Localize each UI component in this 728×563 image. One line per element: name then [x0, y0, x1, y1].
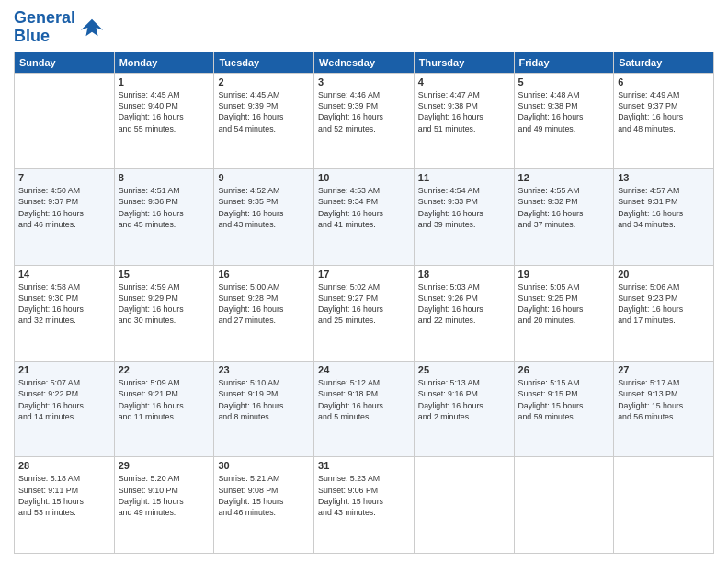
day-number: 28: [18, 460, 110, 471]
calendar-cell: 6Sunrise: 4:49 AM Sunset: 9:37 PM Daylig…: [614, 73, 714, 168]
logo: General Blue: [14, 9, 105, 46]
day-info: Sunrise: 4:50 AM Sunset: 9:37 PM Dayligh…: [18, 185, 110, 230]
day-number: 26: [518, 364, 610, 375]
day-info: Sunrise: 4:57 AM Sunset: 9:31 PM Dayligh…: [618, 185, 710, 230]
calendar-week-row: 14Sunrise: 4:58 AM Sunset: 9:30 PM Dayli…: [15, 265, 714, 361]
day-number: 6: [618, 76, 710, 87]
day-number: 16: [218, 269, 310, 280]
day-number: 21: [18, 364, 110, 375]
logo-text: General Blue: [14, 9, 75, 46]
column-header-monday: Monday: [114, 52, 214, 73]
day-info: Sunrise: 4:53 AM Sunset: 9:34 PM Dayligh…: [318, 185, 410, 230]
day-info: Sunrise: 4:58 AM Sunset: 9:30 PM Dayligh…: [18, 282, 110, 327]
calendar-cell: [514, 457, 614, 554]
day-info: Sunrise: 5:20 AM Sunset: 9:10 PM Dayligh…: [119, 473, 210, 518]
calendar-cell: 20Sunrise: 5:06 AM Sunset: 9:23 PM Dayli…: [614, 265, 714, 361]
calendar-week-row: 21Sunrise: 5:07 AM Sunset: 9:22 PM Dayli…: [15, 362, 714, 457]
day-info: Sunrise: 4:46 AM Sunset: 9:39 PM Dayligh…: [318, 89, 410, 134]
day-number: 24: [318, 364, 410, 375]
calendar-cell: 3Sunrise: 4:46 AM Sunset: 9:39 PM Daylig…: [314, 73, 415, 168]
day-info: Sunrise: 5:18 AM Sunset: 9:11 PM Dayligh…: [18, 473, 110, 518]
day-number: 13: [618, 172, 710, 183]
calendar-cell: 12Sunrise: 4:55 AM Sunset: 9:32 PM Dayli…: [514, 169, 614, 265]
day-number: 14: [18, 269, 110, 280]
calendar-cell: 14Sunrise: 4:58 AM Sunset: 9:30 PM Dayli…: [15, 265, 115, 361]
day-info: Sunrise: 5:15 AM Sunset: 9:15 PM Dayligh…: [518, 377, 610, 422]
calendar-cell: 1Sunrise: 4:45 AM Sunset: 9:40 PM Daylig…: [114, 73, 214, 168]
day-number: 17: [318, 269, 410, 280]
day-info: Sunrise: 4:51 AM Sunset: 9:36 PM Dayligh…: [119, 185, 210, 230]
day-info: Sunrise: 5:09 AM Sunset: 9:21 PM Dayligh…: [119, 377, 210, 422]
day-info: Sunrise: 4:48 AM Sunset: 9:38 PM Dayligh…: [518, 89, 610, 134]
page: General Blue SundayMondayTuesdayWednesda…: [0, 0, 728, 563]
column-header-saturday: Saturday: [614, 52, 714, 73]
day-info: Sunrise: 4:47 AM Sunset: 9:38 PM Dayligh…: [418, 89, 510, 134]
day-info: Sunrise: 4:45 AM Sunset: 9:40 PM Dayligh…: [119, 89, 210, 134]
column-header-tuesday: Tuesday: [214, 52, 314, 73]
day-number: 27: [618, 364, 710, 375]
calendar-table: SundayMondayTuesdayWednesdayThursdayFrid…: [14, 52, 714, 554]
day-number: 1: [119, 76, 210, 87]
calendar-cell: 24Sunrise: 5:12 AM Sunset: 9:18 PM Dayli…: [314, 362, 415, 457]
calendar-cell: 26Sunrise: 5:15 AM Sunset: 9:15 PM Dayli…: [514, 362, 614, 457]
day-number: 31: [318, 460, 410, 471]
day-info: Sunrise: 5:17 AM Sunset: 9:13 PM Dayligh…: [618, 377, 710, 422]
column-header-wednesday: Wednesday: [314, 52, 415, 73]
calendar-cell: 5Sunrise: 4:48 AM Sunset: 9:38 PM Daylig…: [514, 73, 614, 168]
calendar-cell: 9Sunrise: 4:52 AM Sunset: 9:35 PM Daylig…: [214, 169, 314, 265]
calendar-cell: 2Sunrise: 4:45 AM Sunset: 9:39 PM Daylig…: [214, 73, 314, 168]
day-number: 5: [518, 76, 610, 87]
column-header-sunday: Sunday: [15, 52, 115, 73]
svg-marker-0: [81, 18, 103, 36]
day-info: Sunrise: 4:59 AM Sunset: 9:29 PM Dayligh…: [119, 282, 210, 327]
day-number: 25: [418, 364, 510, 375]
day-info: Sunrise: 4:54 AM Sunset: 9:33 PM Dayligh…: [418, 185, 510, 230]
calendar-cell: 19Sunrise: 5:05 AM Sunset: 9:25 PM Dayli…: [514, 265, 614, 361]
day-info: Sunrise: 5:13 AM Sunset: 9:16 PM Dayligh…: [418, 377, 510, 422]
day-info: Sunrise: 5:02 AM Sunset: 9:27 PM Dayligh…: [318, 282, 410, 327]
day-info: Sunrise: 5:07 AM Sunset: 9:22 PM Dayligh…: [18, 377, 110, 422]
day-info: Sunrise: 5:05 AM Sunset: 9:25 PM Dayligh…: [518, 282, 610, 327]
day-number: 19: [518, 269, 610, 280]
day-number: 29: [119, 460, 210, 471]
day-info: Sunrise: 5:00 AM Sunset: 9:28 PM Dayligh…: [218, 282, 310, 327]
day-number: 12: [518, 172, 610, 183]
column-header-friday: Friday: [514, 52, 614, 73]
day-info: Sunrise: 4:52 AM Sunset: 9:35 PM Dayligh…: [218, 185, 310, 230]
calendar-cell: 25Sunrise: 5:13 AM Sunset: 9:16 PM Dayli…: [414, 362, 514, 457]
day-info: Sunrise: 5:23 AM Sunset: 9:06 PM Dayligh…: [318, 473, 410, 518]
day-number: 7: [18, 172, 110, 183]
header: General Blue: [14, 9, 714, 46]
day-info: Sunrise: 5:10 AM Sunset: 9:19 PM Dayligh…: [218, 377, 310, 422]
day-number: 10: [318, 172, 410, 183]
calendar-week-row: 28Sunrise: 5:18 AM Sunset: 9:11 PM Dayli…: [15, 457, 714, 554]
day-info: Sunrise: 4:45 AM Sunset: 9:39 PM Dayligh…: [218, 89, 310, 134]
day-number: 20: [618, 269, 710, 280]
day-number: 15: [119, 269, 210, 280]
day-info: Sunrise: 5:21 AM Sunset: 9:08 PM Dayligh…: [218, 473, 310, 518]
calendar-cell: 10Sunrise: 4:53 AM Sunset: 9:34 PM Dayli…: [314, 169, 415, 265]
day-number: 23: [218, 364, 310, 375]
calendar-cell: 15Sunrise: 4:59 AM Sunset: 9:29 PM Dayli…: [114, 265, 214, 361]
day-number: 22: [119, 364, 210, 375]
calendar-cell: 7Sunrise: 4:50 AM Sunset: 9:37 PM Daylig…: [15, 169, 115, 265]
calendar-cell: 23Sunrise: 5:10 AM Sunset: 9:19 PM Dayli…: [214, 362, 314, 457]
calendar-cell: 13Sunrise: 4:57 AM Sunset: 9:31 PM Dayli…: [614, 169, 714, 265]
logo-bird-icon: [79, 15, 105, 40]
calendar-cell: 18Sunrise: 5:03 AM Sunset: 9:26 PM Dayli…: [414, 265, 514, 361]
calendar-week-row: 1Sunrise: 4:45 AM Sunset: 9:40 PM Daylig…: [15, 73, 714, 168]
day-info: Sunrise: 4:55 AM Sunset: 9:32 PM Dayligh…: [518, 185, 610, 230]
calendar-cell: 28Sunrise: 5:18 AM Sunset: 9:11 PM Dayli…: [15, 457, 115, 554]
calendar-cell: 17Sunrise: 5:02 AM Sunset: 9:27 PM Dayli…: [314, 265, 415, 361]
day-info: Sunrise: 5:12 AM Sunset: 9:18 PM Dayligh…: [318, 377, 410, 422]
day-info: Sunrise: 5:03 AM Sunset: 9:26 PM Dayligh…: [418, 282, 510, 327]
column-header-thursday: Thursday: [414, 52, 514, 73]
day-info: Sunrise: 5:06 AM Sunset: 9:23 PM Dayligh…: [618, 282, 710, 327]
calendar-cell: [614, 457, 714, 554]
calendar-cell: [414, 457, 514, 554]
calendar-cell: [15, 73, 115, 168]
calendar-cell: 31Sunrise: 5:23 AM Sunset: 9:06 PM Dayli…: [314, 457, 415, 554]
calendar-week-row: 7Sunrise: 4:50 AM Sunset: 9:37 PM Daylig…: [15, 169, 714, 265]
day-number: 8: [119, 172, 210, 183]
calendar-cell: 30Sunrise: 5:21 AM Sunset: 9:08 PM Dayli…: [214, 457, 314, 554]
